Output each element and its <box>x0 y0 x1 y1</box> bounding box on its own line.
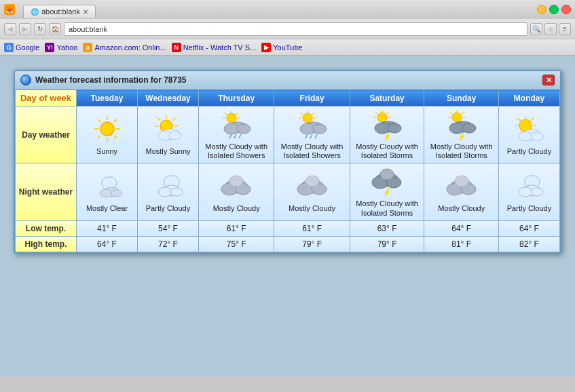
low-temp-sunday: 64° F <box>424 220 499 236</box>
icon-wrapper: Partly Cloudy <box>500 114 558 156</box>
night-weather-label: Night weather <box>16 163 77 220</box>
svg-point-57 <box>452 113 462 122</box>
night-weather-monday: Partly Cloudy <box>498 163 559 220</box>
icon-wrapper: Mostly Cloudy with Isolated Showers <box>200 109 272 160</box>
amazon-icon: a <box>83 43 92 52</box>
icon-wrapper: Mostly Cloudy <box>276 171 348 213</box>
search-icon[interactable]: 🔍 <box>530 23 542 35</box>
night-weather-desc-monday: Partly Cloudy <box>507 204 551 213</box>
bookmark-google-label: Google <box>16 43 39 52</box>
svg-line-71 <box>517 118 520 121</box>
header-row: Day of week Tuesday Wednesday Thursday F… <box>16 90 560 106</box>
night-weather-desc-friday: Mostly Cloudy <box>289 204 335 213</box>
col-monday: Monday <box>498 90 559 106</box>
high-temp-thursday: 75° F <box>199 236 274 252</box>
weather-titlebar: Weather forecast information for 78735 ✕ <box>15 71 560 90</box>
window-controls <box>537 5 571 14</box>
day-weather-sunday: Mostly Cloudy with Isolated Storms <box>424 106 499 163</box>
day-weather-tuesday: Sunny <box>77 106 138 163</box>
icon-wrapper: Mostly Clear <box>78 171 136 213</box>
bookmark-amazon-label: Amazon.com: Onlin... <box>94 43 166 52</box>
day-weather-monday: Partly Cloudy <box>498 106 559 163</box>
reload-button[interactable]: ↻ <box>34 23 46 35</box>
svg-point-30 <box>237 124 251 134</box>
day-weather-desc-sunday: Mostly Cloudy with Isolated Storms <box>426 142 497 160</box>
low-temp-tuesday: 41° F <box>77 220 138 236</box>
tab-close-button[interactable]: ✕ <box>83 8 88 16</box>
low-temp-monday: 64° F <box>498 220 559 236</box>
cloudy-storms-icon-sat <box>370 109 404 140</box>
partly-cloudy-icon-mon <box>512 114 546 144</box>
svg-line-7 <box>114 119 117 122</box>
svg-point-82 <box>170 188 183 196</box>
icon-wrapper: Mostly Cloudy <box>200 171 272 213</box>
title-bar: 🦊 🌐 about:blank ✕ <box>0 0 575 19</box>
svg-point-76 <box>531 132 543 140</box>
icon-wrapper: Mostly Cloudy with Isolated Storms <box>352 109 423 160</box>
svg-line-41 <box>312 113 314 115</box>
svg-point-34 <box>303 113 312 123</box>
svg-point-98 <box>455 176 468 187</box>
nav-bar: ◀ ▶ ↻ 🏠 🔍 ☆ ≡ <box>0 19 575 39</box>
day-weather-desc-monday: Partly Cloudy <box>507 147 551 156</box>
day-weather-desc-thursday: Mostly Cloudy with Isolated Showers <box>200 142 272 160</box>
bookmark-yahoo[interactable]: Y! Yahoo <box>45 43 77 52</box>
high-temp-sunday: 81° F <box>424 236 499 252</box>
day-weather-desc-saturday: Mostly Cloudy with Isolated Storms <box>352 142 423 160</box>
mostly-clear-icon <box>90 171 124 201</box>
icon-wrapper: Partly Cloudy <box>500 171 558 213</box>
bookmark-amazon[interactable]: a Amazon.com: Onlin... <box>83 43 166 52</box>
minimize-button[interactable] <box>537 5 546 14</box>
menu-icon[interactable]: ≡ <box>559 23 571 35</box>
svg-point-20 <box>227 113 236 123</box>
night-weather-desc-wednesday: Partly Cloudy <box>146 204 190 213</box>
svg-point-65 <box>462 123 476 133</box>
svg-point-56 <box>388 123 401 133</box>
mostly-sunny-icon <box>151 114 185 144</box>
cloudy-storms-icon-sun <box>445 109 479 140</box>
cloudy-showers-icon-thu <box>219 109 253 140</box>
bookmark-netflix-label: Netflix - Watch TV S... <box>183 43 257 52</box>
high-temp-tuesday: 64° F <box>77 236 138 252</box>
bookmark-yahoo-label: Yahoo <box>56 43 77 52</box>
svg-line-73 <box>531 118 534 121</box>
mostly-cloudy-night-icon-sun <box>445 171 479 201</box>
partly-cloudy-night-icon-wed <box>151 171 185 201</box>
star-icon[interactable]: ☆ <box>544 23 557 35</box>
active-tab[interactable]: 🌐 about:blank ✕ <box>23 5 96 18</box>
bookmark-google[interactable]: G Google <box>4 43 39 52</box>
close-button[interactable] <box>561 5 571 14</box>
forward-button[interactable]: ▶ <box>19 23 31 35</box>
svg-point-86 <box>229 176 243 187</box>
day-weather-row: Day weather <box>16 106 560 163</box>
svg-point-75 <box>519 132 532 141</box>
address-bar[interactable] <box>64 22 527 36</box>
night-weather-friday: Mostly Cloudy <box>274 163 350 220</box>
browser-chrome: 🦊 🌐 about:blank ✕ ◀ ▶ ↻ 🏠 🔍 ☆ ≡ G <box>0 0 575 56</box>
weather-close-button[interactable]: ✕ <box>542 75 555 85</box>
back-button[interactable]: ◀ <box>4 23 16 35</box>
bookmark-youtube[interactable]: ▶ YouTube <box>261 43 302 52</box>
bookmark-netflix[interactable]: N Netflix - Watch TV S... <box>172 43 257 52</box>
low-temp-friday: 61° F <box>274 220 350 236</box>
weather-window: Weather forecast information for 78735 ✕… <box>14 70 561 254</box>
night-weather-row: Night weather <box>16 163 560 220</box>
svg-line-8 <box>98 136 100 138</box>
svg-point-81 <box>158 187 172 197</box>
day-weather-desc-tuesday: Sunny <box>96 147 117 156</box>
svg-line-46 <box>310 134 312 138</box>
nav-icons: 🔍 ☆ ≡ <box>530 23 571 35</box>
weather-table: Day of week Tuesday Wednesday Thursday F… <box>15 90 560 252</box>
svg-line-47 <box>315 134 317 138</box>
page-content: Weather forecast information for 78735 ✕… <box>0 56 575 376</box>
svg-point-94 <box>380 169 394 180</box>
high-temp-label: High temp. <box>16 236 77 252</box>
svg-line-32 <box>234 134 236 138</box>
day-weather-friday: Mostly Cloudy with Isolated Showers <box>274 106 350 163</box>
col-thursday: Thursday <box>199 90 274 106</box>
icon-wrapper: Mostly Cloudy with Isolated Storms <box>352 166 423 217</box>
icon-wrapper: Mostly Sunny <box>139 114 197 156</box>
svg-point-44 <box>313 124 327 134</box>
maximize-button[interactable] <box>549 5 559 14</box>
home-button[interactable]: 🏠 <box>49 23 61 35</box>
